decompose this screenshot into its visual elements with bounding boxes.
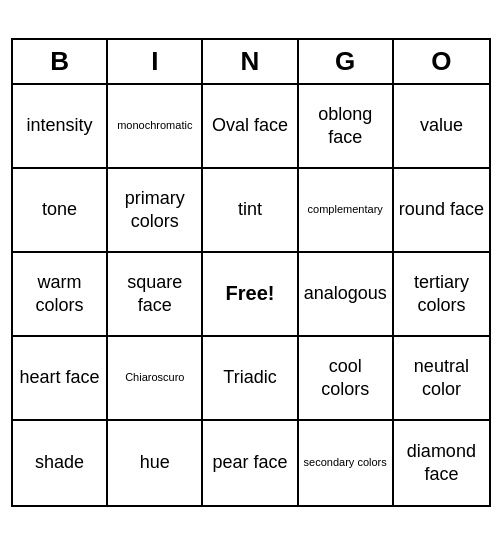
cell-text-11: square face (112, 271, 197, 316)
bingo-cell-17[interactable]: Triadic (203, 337, 298, 421)
bingo-cell-24[interactable]: diamond face (394, 421, 489, 505)
bingo-cell-21[interactable]: hue (108, 421, 203, 505)
cell-text-22: pear face (212, 451, 287, 474)
bingo-cell-5[interactable]: tone (13, 169, 108, 253)
header-letter-i: I (108, 40, 203, 83)
bingo-cell-23[interactable]: secondary colors (299, 421, 394, 505)
cell-text-15: heart face (20, 366, 100, 389)
bingo-cell-20[interactable]: shade (13, 421, 108, 505)
cell-text-5: tone (42, 198, 77, 221)
bingo-cell-10[interactable]: warm colors (13, 253, 108, 337)
cell-text-1: monochromatic (117, 119, 192, 133)
bingo-grid: intensitymonochromaticOval faceoblong fa… (13, 85, 489, 505)
cell-text-8: complementary (308, 203, 383, 217)
cell-text-4: value (420, 114, 463, 137)
bingo-cell-8[interactable]: complementary (299, 169, 394, 253)
bingo-cell-2[interactable]: Oval face (203, 85, 298, 169)
cell-text-17: Triadic (223, 366, 276, 389)
cell-text-18: cool colors (303, 355, 388, 400)
cell-text-10: warm colors (17, 271, 102, 316)
bingo-cell-7[interactable]: tint (203, 169, 298, 253)
bingo-cell-19[interactable]: neutral color (394, 337, 489, 421)
bingo-cell-1[interactable]: monochromatic (108, 85, 203, 169)
cell-text-12: Free! (226, 281, 275, 306)
header-letter-o: O (394, 40, 489, 83)
header-letter-n: N (203, 40, 298, 83)
bingo-cell-16[interactable]: Chiaroscuro (108, 337, 203, 421)
cell-text-24: diamond face (398, 440, 485, 485)
cell-text-19: neutral color (398, 355, 485, 400)
cell-text-3: oblong face (303, 103, 388, 148)
cell-text-16: Chiaroscuro (125, 371, 184, 385)
bingo-cell-6[interactable]: primary colors (108, 169, 203, 253)
cell-text-9: round face (399, 198, 484, 221)
bingo-cell-13[interactable]: analogous (299, 253, 394, 337)
bingo-card: BINGO intensitymonochromaticOval faceobl… (11, 38, 491, 507)
header-letter-g: G (299, 40, 394, 83)
bingo-cell-18[interactable]: cool colors (299, 337, 394, 421)
bingo-cell-9[interactable]: round face (394, 169, 489, 253)
bingo-cell-4[interactable]: value (394, 85, 489, 169)
cell-text-23: secondary colors (304, 456, 387, 470)
bingo-cell-12[interactable]: Free! (203, 253, 298, 337)
bingo-header: BINGO (13, 40, 489, 85)
bingo-cell-15[interactable]: heart face (13, 337, 108, 421)
cell-text-14: tertiary colors (398, 271, 485, 316)
header-letter-b: B (13, 40, 108, 83)
bingo-cell-0[interactable]: intensity (13, 85, 108, 169)
cell-text-21: hue (140, 451, 170, 474)
bingo-cell-3[interactable]: oblong face (299, 85, 394, 169)
cell-text-2: Oval face (212, 114, 288, 137)
cell-text-13: analogous (304, 282, 387, 305)
cell-text-0: intensity (27, 114, 93, 137)
cell-text-6: primary colors (112, 187, 197, 232)
bingo-cell-14[interactable]: tertiary colors (394, 253, 489, 337)
cell-text-20: shade (35, 451, 84, 474)
bingo-cell-22[interactable]: pear face (203, 421, 298, 505)
cell-text-7: tint (238, 198, 262, 221)
bingo-cell-11[interactable]: square face (108, 253, 203, 337)
